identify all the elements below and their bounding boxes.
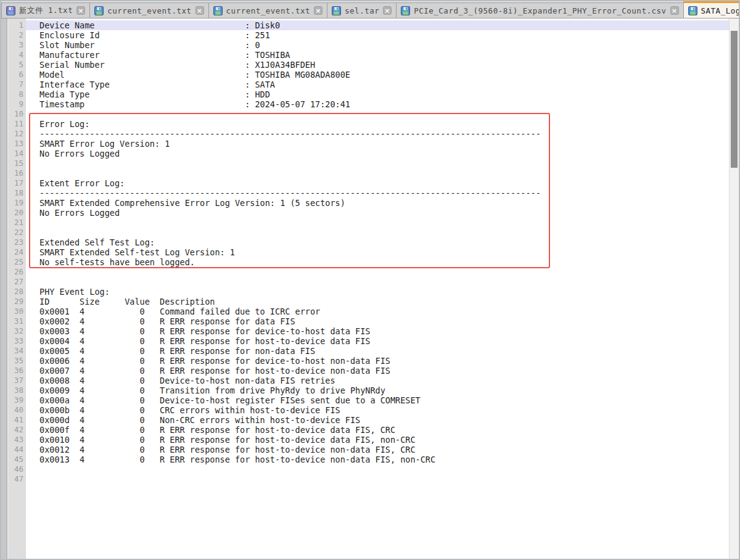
code-line[interactable]: 27 [1,277,729,287]
tab--1.txt[interactable]: 新文件 1.txt× [1,2,90,18]
tab-pcie_card_3_-9560-8i-_expander1_phy_error_count.csv[interactable]: PCIe_Card_3_(9560-8i)_Expander1_PHY_Erro… [396,2,683,18]
line-number: 1 [1,20,23,30]
vertical-scrollbar[interactable] [729,19,739,559]
scrollbar-thumb[interactable] [731,31,738,168]
line-number: 44 [1,445,23,455]
line-number: 6 [1,70,23,80]
code-line[interactable]: 350x0006 4 0 R_ERR response for device-t… [1,356,729,366]
code-line[interactable]: 400x000b 4 0 CRC errors within host-to-d… [1,405,729,415]
tab-close-icon[interactable]: × [383,6,392,15]
code-line[interactable]: 390x000a 4 0 Device-to-host register FIS… [1,395,729,405]
code-line[interactable]: 8Media Type : HDD [1,89,729,99]
line-number: 12 [1,129,23,139]
code-line[interactable]: 12--------------------------------------… [1,129,729,139]
code-line[interactable]: 430x0010 4 0 R_ERR response for host-to-… [1,435,729,445]
line-number: 40 [1,405,23,415]
code-line[interactable]: 25No self-tests have been logged. [1,257,729,267]
code-line[interactable]: 3Slot Number : 0 [1,40,729,50]
floppy-blue-icon [94,6,104,15]
line-number: 16 [1,168,23,178]
line-number: 10 [1,109,23,119]
code-line[interactable]: 47 [1,474,729,484]
code-line[interactable]: 46 [1,464,729,474]
line-number: 28 [1,287,23,297]
code-line[interactable]: 23Extended Self Test Log: [1,237,729,247]
editor-content[interactable]: 1Device Name : Disk02Enclosure Id : 2513… [1,19,729,484]
code-line[interactable]: 370x0008 4 0 Device-to-host non-data FIS… [1,376,729,385]
tab-close-icon[interactable]: × [76,6,85,15]
text-editor-window: 新文件 1.txt×current_event.txt×current_even… [0,0,740,560]
code-line[interactable]: 310x0002 4 0 R_ERR response for data FIS [1,316,729,326]
line-text: PHY Event Log: [26,287,729,297]
line-number: 42 [1,425,23,435]
code-line[interactable]: 29ID Size Value Description [1,297,729,307]
tab-close-icon[interactable]: × [314,6,323,15]
line-text: No Errors Logged [26,149,729,159]
tab-current_event.txt[interactable]: current_event.txt× [208,2,327,18]
line-number: 19 [1,198,23,208]
line-number: 34 [1,346,23,356]
code-line[interactable]: 1Device Name : Disk0 [1,20,729,30]
tab-sata_log[interactable]: SATA_Log× [683,1,739,19]
code-line[interactable]: 24SMART Extended Self-test Log Version: … [1,247,729,257]
code-line[interactable]: 4Manufacturer : TOSHIBA [1,50,729,60]
line-text: ID Size Value Description [26,297,729,307]
code-line[interactable]: 11Error Log: [1,119,729,129]
line-text: ----------------------------------------… [26,129,729,139]
code-line[interactable]: 14No Errors Logged [1,149,729,159]
code-line[interactable]: 5Serial Number : X1J0A34BFDEH [1,60,729,70]
code-line[interactable]: 330x0004 4 0 R_ERR response for host-to-… [1,336,729,346]
code-line[interactable]: 10 [1,109,729,119]
line-number: 18 [1,188,23,198]
code-line[interactable]: 440x0012 4 0 R_ERR response for host-to-… [1,445,729,455]
code-line[interactable]: 420x000f 4 0 R_ERR response for host-to-… [1,425,729,435]
code-line[interactable]: 15 [1,159,729,168]
line-number: 30 [1,307,23,316]
code-line[interactable]: 450x0013 4 0 R_ERR response for host-to-… [1,455,729,464]
code-line[interactable]: 340x0005 4 0 R_ERR response for non-data… [1,346,729,356]
tab-close-icon[interactable]: × [670,6,679,15]
line-number: 35 [1,356,23,366]
tab-close-icon[interactable]: × [195,6,204,15]
code-line[interactable]: 410x000d 4 0 Non-CRC errors within host-… [1,415,729,425]
floppy-blue-icon [332,6,341,15]
line-text [26,277,729,287]
line-number: 15 [1,159,23,168]
code-line[interactable]: 9Timestamp : 2024-05-07 17:20:41 [1,99,729,109]
line-text: 0x000b 4 0 CRC errors within host-to-dev… [26,405,729,415]
code-line[interactable]: 16 [1,168,729,178]
code-line[interactable]: 17Extent Error Log: [1,178,729,188]
tab-sel.tar[interactable]: sel.tar× [327,2,397,18]
line-number: 29 [1,297,23,307]
tab-current_event.txt[interactable]: current_event.txt× [89,2,208,18]
code-line[interactable]: 300x0001 4 0 Command failed due to ICRC … [1,307,729,316]
code-line[interactable]: 21 [1,218,729,228]
code-line[interactable]: 7Interface Type : SATA [1,80,729,89]
line-text: 0x0008 4 0 Device-to-host non-data FIS r… [26,376,729,385]
line-text: Serial Number : X1J0A34BFDEH [26,60,729,70]
line-number: 37 [1,376,23,385]
line-number: 17 [1,178,23,188]
tab-label: current_event.txt [107,6,191,15]
code-line[interactable]: 18--------------------------------------… [1,188,729,198]
code-line[interactable]: 6Model : TOSHIBA MG08ADA800E [1,70,729,80]
code-line[interactable]: 13SMART Error Log Version: 1 [1,139,729,149]
code-line[interactable]: 360x0007 4 0 R_ERR response for host-to-… [1,366,729,376]
line-text: 0x0013 4 0 R_ERR response for host-to-de… [26,455,729,464]
line-number: 39 [1,395,23,405]
code-line[interactable]: 380x0009 4 0 Transition from drive PhyRd… [1,385,729,395]
code-line[interactable]: 2Enclosure Id : 251 [1,30,729,40]
line-text: Device Name : Disk0 [26,20,729,30]
line-text: 0x0010 4 0 R_ERR response for host-to-de… [26,435,729,445]
code-line[interactable]: 22 [1,228,729,237]
editor-area[interactable]: 1Device Name : Disk02Enclosure Id : 2513… [1,19,739,559]
line-text [26,109,729,119]
code-line[interactable]: 28PHY Event Log: [1,287,729,297]
code-line[interactable]: 19SMART Extended Comprehensive Error Log… [1,198,729,208]
line-text [26,474,729,484]
line-text: No self-tests have been logged. [26,257,729,267]
code-line[interactable]: 26 [1,267,729,277]
code-line[interactable]: 320x0003 4 0 R_ERR response for device-t… [1,326,729,336]
line-number: 8 [1,89,23,99]
code-line[interactable]: 20No Errors Logged [1,208,729,218]
